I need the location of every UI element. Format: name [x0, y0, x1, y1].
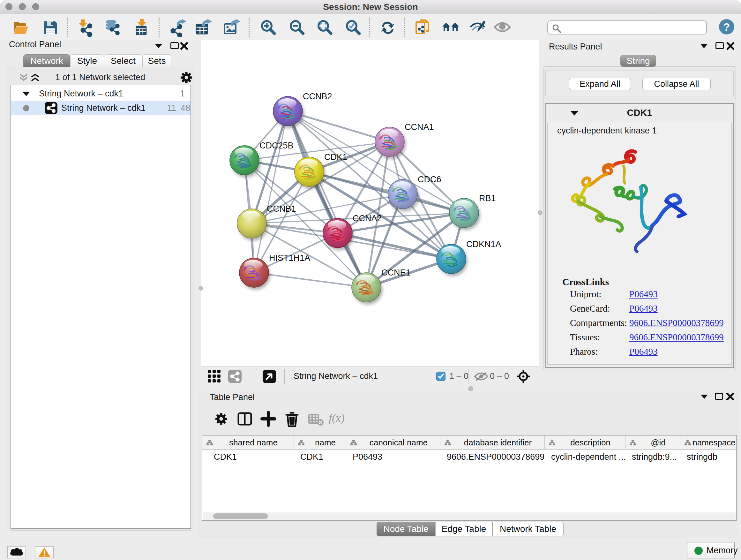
clone-network-button[interactable] [415, 19, 433, 37]
control-panel-close-icon[interactable] [180, 42, 188, 50]
search-input[interactable] [564, 22, 701, 33]
grid-layout-icon[interactable] [208, 370, 221, 383]
protein-header[interactable]: CDK1 [546, 104, 733, 122]
control-tab-style[interactable]: Style [70, 54, 104, 67]
warnings-button[interactable] [35, 546, 54, 558]
crosslink-row: Compartments:9606.ENSP00000378699 [570, 318, 726, 332]
table-tab-node-table[interactable]: Node Table [377, 522, 435, 537]
crosslink-link[interactable]: P06493 [629, 347, 658, 357]
delete-column-icon[interactable] [283, 410, 300, 428]
save-session-button[interactable] [42, 19, 60, 37]
selected-nodes-checkbox[interactable] [436, 372, 446, 381]
share-view-icon[interactable] [228, 370, 242, 383]
help-button[interactable]: ? [719, 19, 734, 35]
table-tab-edge-table[interactable]: Edge Table [435, 522, 492, 537]
export-image-button[interactable] [223, 19, 241, 37]
network-row[interactable]: String Network – cdk1 11 48 [11, 101, 191, 115]
memory-button[interactable]: Memory [687, 542, 735, 558]
table-cell[interactable]: P06493 [346, 450, 441, 464]
crosslink-link[interactable]: 9606.ENSP00000378699 [629, 318, 724, 328]
node-gloss-highlight [242, 211, 260, 220]
table-column-header[interactable]: namespace [680, 435, 737, 449]
table-column-header[interactable]: @id [625, 435, 680, 449]
zoom-in-button[interactable] [260, 19, 278, 37]
table-scrollbar-thumb[interactable] [213, 513, 268, 519]
horizontal-splitter-handle[interactable] [468, 386, 473, 391]
table-settings-gear-icon[interactable] [212, 410, 230, 428]
table-panel-float-icon[interactable] [701, 395, 708, 399]
hidden-eye-icon[interactable] [474, 372, 488, 381]
export-network-button[interactable] [169, 19, 187, 37]
table-column-header[interactable]: description [545, 435, 625, 449]
birds-eye-crosshair-icon[interactable] [516, 369, 530, 383]
network-node-rb1[interactable]: RB1 [449, 193, 496, 230]
control-tab-select[interactable]: Select [104, 54, 142, 67]
import-network-from-file-button[interactable] [77, 19, 94, 37]
import-network-from-database-button[interactable] [104, 19, 122, 37]
results-panel-float-icon[interactable] [700, 44, 708, 48]
toolbar-separator [249, 17, 250, 37]
network-node-cdc25b[interactable]: CDC25B [230, 141, 293, 178]
table-cell[interactable]: CDK1 [202, 450, 294, 464]
table-cell[interactable]: 9606.ENSP00000378699 [441, 450, 545, 464]
table-split-view-icon[interactable] [236, 410, 253, 428]
table-tab-network-table[interactable]: Network Table [492, 522, 563, 537]
network-options-gear-icon[interactable] [180, 71, 192, 84]
cloud-button[interactable] [7, 546, 26, 558]
table-column-header[interactable]: database identifier [441, 435, 545, 449]
collapse-all-button[interactable]: Collapse All [643, 78, 711, 90]
show-all-button[interactable] [494, 19, 512, 37]
crosslink-link[interactable]: 9606.ENSP00000378699 [629, 332, 724, 343]
export-table-button[interactable] [195, 19, 213, 37]
table-column-header[interactable]: name [294, 435, 346, 449]
fit-content-button[interactable] [316, 19, 334, 37]
collection-expander-icon[interactable] [22, 91, 30, 96]
results-panel-close-icon[interactable] [727, 42, 734, 50]
table-column-header[interactable]: canonical name [346, 435, 441, 449]
zoom-out-button[interactable] [288, 19, 307, 37]
first-neighbors-button[interactable] [442, 19, 460, 37]
add-column-icon[interactable] [260, 410, 277, 428]
results-tab-string[interactable]: String [620, 55, 656, 67]
open-in-window-icon[interactable] [263, 370, 276, 383]
left-splitter-handle[interactable] [199, 286, 203, 291]
table-cell[interactable]: CDK1 [294, 450, 346, 464]
control-panel-float-icon[interactable] [155, 44, 162, 48]
table-panel-title: Table Panel [210, 392, 255, 402]
open-session-button[interactable] [12, 19, 30, 37]
table-cell[interactable]: stringdb [680, 450, 737, 464]
window-title: Session: New Session [0, 0, 741, 14]
search-box[interactable] [547, 20, 707, 35]
network-edge[interactable] [254, 273, 366, 287]
network-node-hist1h1a[interactable]: HIST1H1A [239, 253, 310, 290]
table-panel-close-icon[interactable] [726, 393, 734, 400]
network-node-ccnb1[interactable]: CCNB1 [237, 204, 296, 241]
control-tab-network[interactable]: Network [23, 54, 70, 67]
import-table-from-file-button[interactable] [134, 19, 152, 37]
crosslink-link[interactable]: P06493 [629, 303, 658, 314]
table-column-header[interactable]: shared name [202, 435, 294, 449]
toolbar-separator [369, 17, 370, 37]
table-cell[interactable]: stringdb:9... [625, 450, 680, 464]
table-horizontal-scrollbar[interactable] [203, 512, 736, 520]
network-node-ccna1[interactable]: CCNA1 [375, 122, 434, 159]
network-edge[interactable] [254, 111, 288, 273]
table-cell[interactable]: cyclin-dependent ... [545, 450, 625, 464]
network-node-ccnb2[interactable]: CCNB2 [273, 91, 332, 128]
network-graph[interactable]: CCNB2 CCNA1 CDC25B CDK1 CDC6 RB1 CCNB1 C… [201, 40, 539, 366]
right-splitter-handle[interactable] [538, 210, 542, 215]
results-panel-maximize-icon[interactable] [716, 42, 724, 49]
network-node-cdkn1a[interactable]: CDKN1A [436, 240, 501, 276]
table-row[interactable]: CDK1CDK1P064939606.ENSP00000378699cyclin… [202, 450, 736, 464]
table-panel-maximize-icon[interactable] [715, 393, 723, 400]
crosslink-link[interactable]: P06493 [629, 289, 658, 300]
control-tab-sets[interactable]: Sets [142, 54, 172, 67]
network-view[interactable]: CCNB2 CCNA1 CDC25B CDK1 CDC6 RB1 CCNB1 C… [201, 40, 539, 385]
hide-selected-button[interactable] [469, 19, 487, 37]
network-node-cdk1[interactable]: CDK1 [294, 152, 347, 189]
network-collection-row[interactable]: String Network – cdk1 1 [11, 86, 191, 101]
expand-all-button[interactable]: Expand All [569, 78, 631, 90]
refresh-view-button[interactable] [379, 19, 397, 37]
control-panel-maximize-icon[interactable] [171, 42, 179, 49]
zoom-selected-button[interactable] [345, 19, 362, 37]
